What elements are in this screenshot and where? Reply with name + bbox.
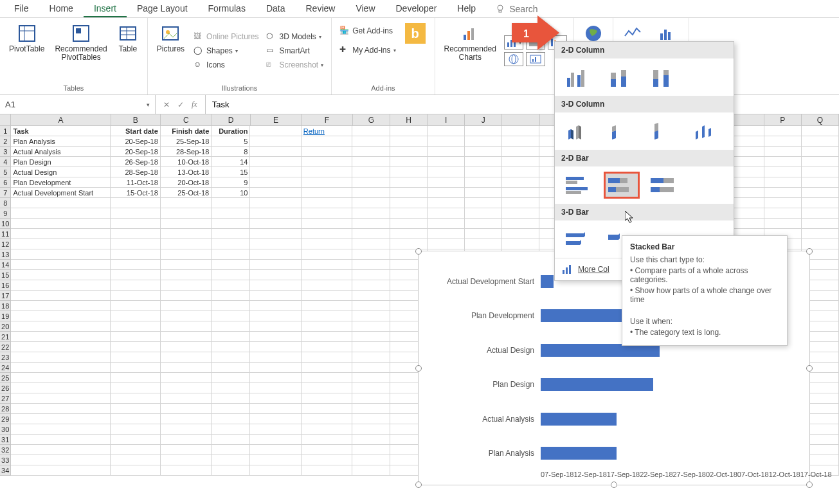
search-input[interactable] [509, 4, 586, 14]
cell[interactable]: 20-Oct-18 [161, 177, 212, 188]
cell[interactable] [111, 414, 161, 424]
cancel-icon[interactable]: ✕ [163, 100, 170, 109]
cell[interactable] [390, 157, 428, 167]
cell[interactable] [250, 208, 301, 219]
cell[interactable] [352, 352, 390, 363]
cell[interactable]: 15-Oct-18 [111, 188, 161, 198]
cell[interactable] [11, 435, 111, 445]
cell[interactable] [250, 414, 301, 424]
bing-button[interactable]: b [402, 22, 428, 45]
cell[interactable] [250, 147, 301, 157]
cell[interactable] [111, 373, 161, 383]
menu-tab-developer[interactable]: Developer [386, 1, 447, 17]
cell[interactable] [352, 342, 390, 352]
stacked-100-bar-option[interactable] [646, 172, 682, 199]
cell[interactable] [212, 270, 250, 280]
column-header[interactable] [502, 114, 539, 126]
cell[interactable] [161, 414, 212, 424]
cell[interactable] [390, 136, 428, 147]
cell[interactable] [502, 157, 539, 167]
cell[interactable] [212, 301, 250, 311]
cell[interactable] [11, 414, 111, 424]
name-box[interactable]: A1▾ [0, 95, 156, 114]
cell[interactable] [250, 424, 301, 435]
cell[interactable] [161, 342, 212, 352]
cell[interactable] [302, 424, 352, 435]
cell[interactable] [212, 445, 250, 455]
cell[interactable] [390, 208, 428, 219]
cell[interactable] [390, 126, 428, 136]
cell[interactable] [11, 455, 111, 465]
cell[interactable]: 28-Sep-18 [161, 147, 212, 157]
row-header[interactable]: 27 [0, 393, 11, 404]
cell[interactable] [161, 311, 212, 321]
cell[interactable] [11, 280, 111, 291]
cell[interactable]: 5 [212, 136, 250, 147]
cell[interactable] [465, 157, 502, 167]
cell[interactable] [352, 301, 390, 311]
cell[interactable] [111, 455, 161, 465]
cell[interactable] [764, 167, 802, 177]
cell[interactable] [161, 260, 212, 270]
row-header[interactable]: 1 [0, 126, 11, 136]
cell[interactable] [111, 393, 161, 404]
row-header[interactable]: 3 [0, 147, 11, 157]
cell[interactable]: 20-Sep-18 [111, 136, 161, 147]
cell[interactable] [111, 229, 161, 239]
cell[interactable] [111, 219, 161, 229]
pictures-button[interactable]: Pictures [154, 22, 187, 55]
cell[interactable] [212, 291, 250, 301]
cell[interactable] [502, 126, 539, 136]
cell[interactable] [161, 219, 212, 229]
cell[interactable] [161, 321, 212, 332]
cell[interactable] [502, 188, 539, 198]
cell[interactable] [352, 332, 390, 342]
3d-clustered-bar-option[interactable] [561, 226, 597, 253]
row-header[interactable]: 4 [0, 157, 11, 167]
cell[interactable] [352, 188, 390, 198]
cell[interactable] [212, 342, 250, 352]
cell[interactable] [390, 167, 428, 177]
cell[interactable] [111, 208, 161, 219]
cell[interactable] [302, 219, 352, 229]
row-header[interactable]: 17 [0, 291, 11, 301]
cell[interactable] [212, 219, 250, 229]
cell[interactable] [465, 239, 502, 249]
cell[interactable] [352, 280, 390, 291]
column-header[interactable]: A [11, 114, 111, 126]
cell[interactable] [302, 188, 352, 198]
menu-tab-file[interactable]: File [4, 1, 39, 17]
cell[interactable] [302, 167, 352, 177]
cell[interactable] [250, 373, 301, 383]
cell[interactable] [302, 147, 352, 157]
cell[interactable] [502, 177, 539, 188]
cell[interactable] [11, 208, 111, 219]
cell[interactable] [302, 445, 352, 455]
cell[interactable] [764, 188, 802, 198]
cell[interactable] [212, 404, 250, 414]
cell[interactable] [302, 239, 352, 249]
cell[interactable] [352, 311, 390, 321]
cell[interactable] [250, 249, 301, 260]
cell[interactable] [161, 373, 212, 383]
row-header[interactable]: 21 [0, 332, 11, 342]
cell[interactable] [11, 321, 111, 332]
cell[interactable] [111, 301, 161, 311]
cell[interactable] [111, 332, 161, 342]
column-header[interactable]: E [251, 114, 302, 126]
cell[interactable] [11, 404, 111, 414]
my-addins-button[interactable]: ✚My Add-ins▾ [338, 44, 397, 57]
cell[interactable] [250, 188, 301, 198]
row-header[interactable]: 5 [0, 167, 11, 177]
cell[interactable] [428, 198, 465, 208]
cell[interactable] [802, 147, 839, 157]
cell[interactable] [250, 177, 301, 188]
cell[interactable] [111, 352, 161, 363]
cell[interactable] [250, 219, 301, 229]
cell[interactable] [352, 126, 390, 136]
row-header[interactable]: 14 [0, 260, 11, 270]
cell[interactable] [302, 157, 352, 167]
cell[interactable] [250, 311, 301, 321]
cell[interactable]: Actual Analysis [11, 147, 111, 157]
cell[interactable] [352, 435, 390, 445]
